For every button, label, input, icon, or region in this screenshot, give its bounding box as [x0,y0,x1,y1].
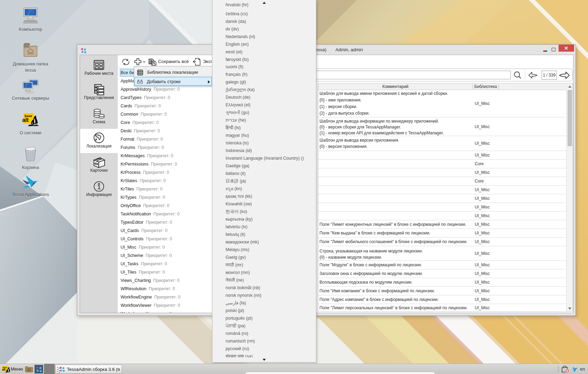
svg-text:alt: alt [22,117,29,123]
svg-text:alt: alt [2,368,6,371]
